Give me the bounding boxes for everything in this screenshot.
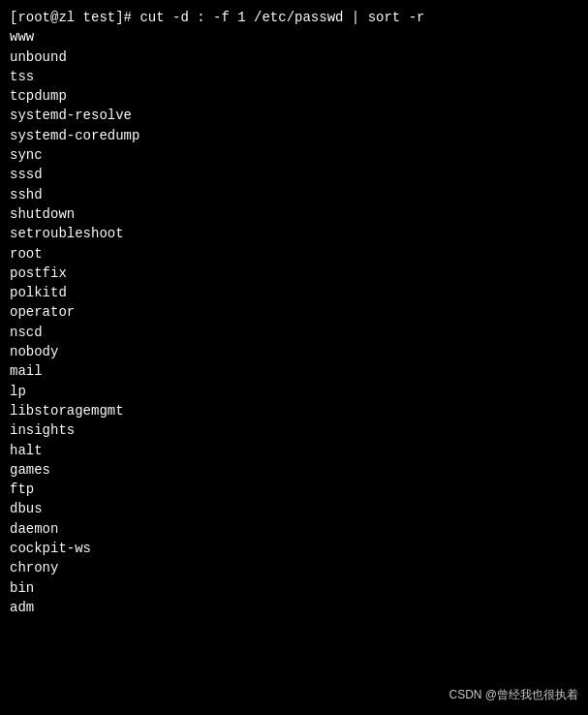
output-line: root	[10, 244, 578, 264]
output-line: systemd-coredump	[10, 126, 578, 145]
output-line: lp	[10, 382, 578, 401]
output-line: polkitd	[10, 283, 578, 302]
output-line: halt	[10, 441, 578, 460]
output-line: insights	[10, 420, 578, 440]
output-line: www	[10, 27, 578, 47]
output-line: unbound	[10, 47, 578, 67]
output-line: operator	[10, 302, 578, 322]
output-line: postfix	[10, 264, 578, 283]
output-line: sshd	[10, 185, 578, 204]
output-line: setroubleshoot	[10, 224, 578, 243]
output-line: sync	[10, 145, 578, 165]
output-line: adm	[10, 598, 578, 617]
output-line: bin	[10, 578, 578, 598]
output-line: libstoragemgmt	[10, 401, 578, 420]
output-line: shutdown	[10, 204, 578, 224]
output-line: mail	[10, 361, 578, 381]
output-line: tcpdump	[10, 86, 578, 106]
terminal-output: wwwunboundtsstcpdumpsystemd-resolvesyste…	[10, 27, 578, 617]
output-line: dbus	[10, 499, 578, 518]
output-line: games	[10, 460, 578, 480]
output-line: chrony	[10, 558, 578, 577]
output-line: systemd-resolve	[10, 106, 578, 125]
output-line: tss	[10, 67, 578, 86]
terminal-window: [root@zl test]# cut -d : -f 1 /etc/passw…	[0, 0, 588, 715]
output-line: daemon	[10, 519, 578, 539]
watermark: CSDN @曾经我也很执着	[449, 687, 578, 703]
output-line: nscd	[10, 323, 578, 342]
output-line: sssd	[10, 165, 578, 184]
output-line: nobody	[10, 342, 578, 361]
output-line: cockpit-ws	[10, 539, 578, 558]
command-prompt: [root@zl test]# cut -d : -f 1 /etc/passw…	[10, 8, 578, 27]
output-line: ftp	[10, 480, 578, 499]
